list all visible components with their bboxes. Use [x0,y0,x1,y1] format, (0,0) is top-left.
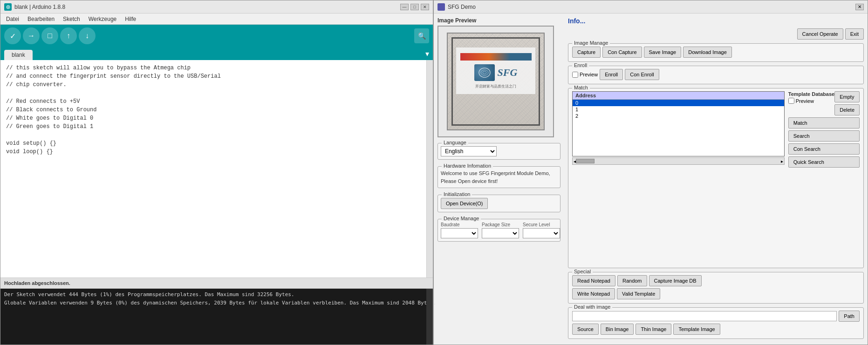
code-content[interactable]: // this sketch will allow you to bypass … [0,60,426,277]
match-right: Template Database Preview Empty Delete [788,91,860,168]
info-label: Info... [568,17,864,25]
bin-image-btn[interactable]: Bin Image [601,324,634,335]
con-search-btn[interactable]: Con Search [788,143,860,155]
image-manage-section: Image Manage Capture Con Capture Save Im… [568,43,864,62]
sfg-title-left: SFG Demo [437,3,476,11]
preview-checkbox-text: Preview [580,72,598,77]
deal-label: Deal with image [572,304,612,310]
match-btn[interactable]: Match [788,117,860,129]
baudrate-label: Baudrate [441,222,478,227]
device-row: Baudrate Package Size Secure Level [441,222,557,238]
address-scrollbar[interactable]: ◂ ▸ [572,157,785,165]
maximize-btn[interactable]: □ [410,4,419,10]
device-manage-section: Device Manage Baudrate Package Size Secu… [437,219,560,242]
close-btn[interactable]: ✕ [421,4,429,10]
menu-hilfe[interactable]: Hilfe [121,15,140,23]
hardware-text: Welcome to use SFG Fingerprint Module De… [441,169,557,185]
package-size-label: Package Size [482,222,519,227]
read-notepad-btn[interactable]: Read Notepad [572,275,615,286]
image-preview-title: Image Preview [437,17,560,24]
special-row-1: Read Notepad Random Capture Image DB [572,275,860,286]
sfg-icon [437,3,445,11]
template-image-btn[interactable]: Template Image [673,324,720,335]
open-btn[interactable]: ↑ [60,27,77,44]
match-left: Address 0 1 2 ◂ ▸ [572,91,785,168]
save-image-btn[interactable]: Save Image [644,47,682,58]
sfg-body: Image Preview [434,14,868,345]
con-enroll-btn[interactable]: Con Enroll [625,69,659,80]
preview-checkbox2-text: Preview [796,98,814,104]
code-scrollbar[interactable] [426,60,433,277]
deal-content: Path Source Bin Image Thin Image Templat… [572,311,860,335]
capture-btn[interactable]: Capture [572,47,601,58]
arduino-title-text: blank | Arduino 1.8.8 [14,4,65,10]
sfg-window: SFG Demo ✕ Image Preview [433,0,868,345]
preview-checkbox2[interactable]: Preview [788,98,834,104]
image-manage-row: Capture Con Capture Save Image Download … [572,47,860,58]
arduino-menu-bar: Datei Bearbeiten Sketch Werkzeuge Hilfe [0,14,433,25]
arduino-window-controls: — □ ✕ [400,4,429,10]
new-btn[interactable]: □ [41,27,58,44]
arduino-title-bar: ◎ blank | Arduino 1.8.8 — □ ✕ [0,0,433,14]
deal-buttons: Source Bin Image Thin Image Template Ima… [572,324,860,335]
code-area: // this sketch will allow you to bypass … [0,60,433,277]
cancel-operate-btn[interactable]: Cancel Operate [797,28,843,40]
capture-image-db-btn[interactable]: Capture Image DB [649,275,702,286]
svg-point-1 [481,70,488,75]
valid-template-btn[interactable]: Valid Template [617,288,660,299]
package-size-select[interactable] [482,228,519,238]
exit-btn[interactable]: Exit [845,28,864,40]
enroll-btn[interactable]: Enroll [600,69,623,80]
address-item-0[interactable]: 0 [573,100,784,106]
download-image-btn[interactable]: Download Image [683,47,732,58]
sfg-title-bar: SFG Demo ✕ [434,0,868,14]
address-item-1[interactable]: 1 [573,106,784,113]
minimize-btn[interactable]: — [400,4,409,10]
image-preview-section: Image Preview [437,17,560,137]
language-select[interactable]: English [441,146,497,156]
menu-sketch[interactable]: Sketch [59,15,84,23]
console-area: Der Sketch verwendet 444 Bytes (1%) des … [0,289,433,345]
address-item-2[interactable]: 2 [573,113,784,119]
scroll-right-arrow[interactable]: ▸ [781,159,783,164]
address-box: Address 0 1 2 [572,91,785,156]
image-manage-label: Image Manage [572,40,610,46]
match-section: Match Address 0 1 2 ◂ ▸ [568,88,864,268]
path-input[interactable] [572,311,837,321]
random-btn[interactable]: Random [617,275,647,286]
tab-blank[interactable]: blank [4,50,33,60]
path-btn[interactable]: Path [839,311,860,322]
preview-checkbox-label[interactable]: Preview [572,72,598,78]
menu-datei[interactable]: Datei [2,15,23,23]
svg-point-2 [483,71,486,74]
menu-werkzeuge[interactable]: Werkzeuge [85,15,120,23]
serial-monitor-btn[interactable]: 🔍 [414,28,429,43]
delete-btn[interactable]: Delete [834,104,860,115]
enroll-label: Enroll [572,62,589,68]
write-notepad-btn[interactable]: Write Notepad [572,288,615,299]
save-btn[interactable]: ↓ [79,27,96,44]
special-buttons: Read Notepad Random Capture Image DB Wri… [572,275,860,299]
open-device-btn[interactable]: Open Device(O) [441,198,488,209]
init-label: Initialization [442,191,472,197]
menu-bearbeiten[interactable]: Bearbeiten [24,15,58,23]
sfg-close-btn[interactable]: ✕ [855,4,864,10]
quick-search-btn[interactable]: Quick Search [788,156,860,168]
verify-btn[interactable]: ✓ [4,27,21,44]
baudrate-select[interactable] [441,228,478,238]
tab-arrow[interactable]: ▾ [425,49,429,58]
secure-level-select[interactable] [523,228,560,238]
sfg-title-text: SFG Demo [448,4,476,10]
language-label: Language [442,140,468,145]
search-btn[interactable]: Search [788,130,860,142]
empty-btn[interactable]: Empty [834,91,860,102]
con-capture-btn[interactable]: Con Capture [602,47,642,58]
scrollbar-thumb[interactable] [576,159,595,163]
console-scrollbar[interactable] [426,289,433,345]
upload-btn[interactable]: → [23,27,40,44]
thin-image-btn[interactable]: Thin Image [636,324,671,335]
preview-checkbox[interactable] [572,72,578,78]
source-btn[interactable]: Source [572,324,599,335]
preview-checkbox2-input[interactable] [788,98,794,104]
match-label: Match [572,85,590,90]
